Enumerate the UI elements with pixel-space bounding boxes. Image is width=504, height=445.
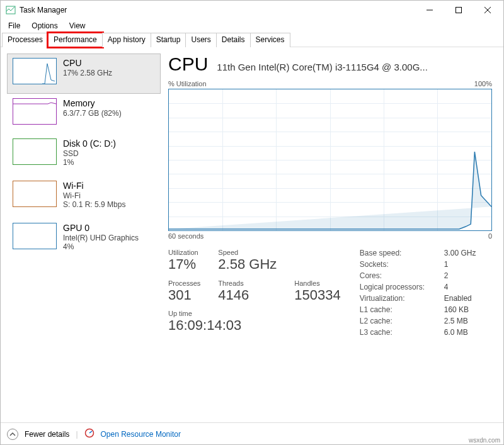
memory-thumb-icon <box>13 98 57 125</box>
wifi-thumb-icon <box>13 181 57 207</box>
stat-hnd-value: 150334 <box>294 287 340 303</box>
stat-thr-value: 4146 <box>218 287 277 303</box>
menu-file[interactable]: File <box>3 20 25 31</box>
performance-main: CPU 11th Gen Intel(R) Core(TM) i3-1115G4… <box>161 47 503 422</box>
sidebar-item-detail2: 1% <box>63 158 116 167</box>
stat-thr-label: Threads <box>218 279 277 287</box>
sidebar-item-detail: 17% 2.58 GHz <box>63 69 112 77</box>
tab-users[interactable]: Users <box>185 33 216 47</box>
stat-val: 160 KB <box>444 305 469 314</box>
open-resource-monitor-link[interactable]: Open Resource Monitor <box>101 430 181 439</box>
window-title: Task Manager <box>20 6 67 14</box>
stat-val: 4 <box>444 283 449 291</box>
fewer-details-button[interactable]: Fewer details <box>25 430 69 439</box>
svg-rect-2 <box>456 8 462 13</box>
chart-label-bottom-right: 0 <box>488 232 492 240</box>
stat-val: Enabled <box>444 294 472 303</box>
sidebar-item-detail2: 4% <box>63 242 139 251</box>
stat-speed-value: 2.58 GHz <box>218 256 277 273</box>
disk-thumb-icon <box>13 138 57 165</box>
stat-uptime-value: 16:09:14:03 <box>168 317 341 334</box>
close-button[interactable] <box>473 1 502 20</box>
gpu-thumb-icon <box>13 223 57 249</box>
maximize-button[interactable] <box>444 1 473 20</box>
stat-hnd-label: Handles <box>294 279 340 287</box>
sidebar-item-detail: 6.3/7.7 GB (82%) <box>63 109 122 118</box>
footer: Fewer details | Open Resource Monitor <box>1 422 503 445</box>
stat-proc-value: 301 <box>168 287 200 303</box>
stat-val: 3.00 GHz <box>444 249 476 257</box>
app-icon <box>6 5 16 15</box>
performance-sidebar: CPU 17% 2.58 GHz Memory 6.3/7.7 GB (82%)… <box>1 47 161 422</box>
sidebar-item-gpu[interactable]: GPU 0 Intel(R) UHD Graphics 4% <box>7 218 161 261</box>
tab-services[interactable]: Services <box>250 33 290 47</box>
menu-view[interactable]: View <box>64 20 91 31</box>
stats-left: Utilization 17% Speed 2.58 GHz Processes… <box>168 249 341 339</box>
stat-uptime-label: Up time <box>168 310 341 317</box>
title-bar: Task Manager <box>1 1 503 20</box>
cpu-model: 11th Gen Intel(R) Core(TM) i3-1115G4 @ 3… <box>217 62 492 72</box>
chart-label-top-left: % Utilization <box>168 80 207 87</box>
tab-strip: Processes Performance App history Startu… <box>1 32 503 47</box>
sidebar-item-detail: SSD <box>63 149 116 158</box>
tab-details[interactable]: Details <box>216 33 251 47</box>
sidebar-item-label: Disk 0 (C: D:) <box>63 138 116 149</box>
stat-key: Virtualization: <box>360 294 439 303</box>
stat-val: 2 <box>444 271 449 280</box>
resource-monitor-icon <box>84 428 94 440</box>
cpu-thumb-icon <box>13 58 57 84</box>
sidebar-item-label: CPU <box>63 58 112 68</box>
stat-val: 2.5 MB <box>444 317 468 325</box>
sidebar-item-detail2: S: 0.1 R: 5.9 Mbps <box>63 200 125 209</box>
stat-proc-label: Processes <box>168 279 200 287</box>
tab-app-history[interactable]: App history <box>102 33 151 47</box>
tab-performance[interactable]: Performance <box>48 33 103 47</box>
stat-key: L1 cache: <box>360 305 439 314</box>
stats-right: Base speed:3.00 GHz Sockets:1 Cores:2 Lo… <box>360 249 476 339</box>
stat-val: 6.0 MB <box>444 328 468 337</box>
stat-key: L3 cache: <box>360 328 439 337</box>
menu-options[interactable]: Options <box>26 20 62 31</box>
chevron-up-icon[interactable] <box>7 429 18 440</box>
stat-key: Cores: <box>360 271 439 280</box>
sidebar-item-label: Wi-Fi <box>63 181 125 191</box>
minimize-button[interactable] <box>415 1 444 20</box>
sidebar-item-memory[interactable]: Memory 6.3/7.7 GB (82%) <box>7 94 161 134</box>
stat-key: Sockets: <box>360 260 439 269</box>
chart-label-top-right: 100% <box>474 80 492 87</box>
stat-speed-label: Speed <box>218 249 277 256</box>
svg-line-6 <box>89 431 92 433</box>
sidebar-item-disk[interactable]: Disk 0 (C: D:) SSD 1% <box>7 134 161 176</box>
stat-util-value: 17% <box>168 256 200 273</box>
sidebar-item-cpu[interactable]: CPU 17% 2.58 GHz <box>7 54 161 94</box>
sidebar-item-detail: Intel(R) UHD Graphics <box>63 234 139 242</box>
stat-val: 1 <box>444 260 449 269</box>
stat-key: Logical processors: <box>360 283 439 291</box>
menu-bar: File Options View <box>1 20 503 32</box>
sidebar-item-label: GPU 0 <box>63 223 139 233</box>
separator: | <box>76 430 77 439</box>
stat-util-label: Utilization <box>168 249 200 256</box>
attribution: wsxdn.com <box>469 437 500 444</box>
tab-startup[interactable]: Startup <box>151 33 186 47</box>
stat-key: Base speed: <box>360 249 439 257</box>
sidebar-item-detail: Wi-Fi <box>63 191 125 200</box>
chart-label-bottom-left: 60 seconds <box>168 232 203 240</box>
main-heading: CPU <box>168 54 208 75</box>
sidebar-item-wifi[interactable]: Wi-Fi Wi-Fi S: 0.1 R: 5.9 Mbps <box>7 176 161 218</box>
sidebar-item-label: Memory <box>63 98 122 108</box>
stat-key: L2 cache: <box>360 317 439 325</box>
cpu-utilization-chart[interactable] <box>168 89 492 231</box>
tab-processes[interactable]: Processes <box>2 33 49 47</box>
